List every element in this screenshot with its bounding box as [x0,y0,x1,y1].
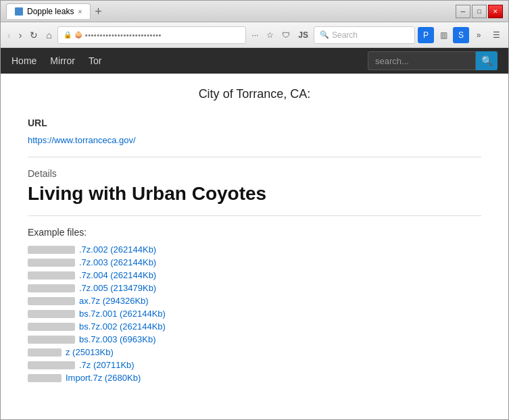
file-link-5[interactable]: ax.7z (294326Kb) [28,296,481,306]
redacted-block [28,297,75,305]
home-button[interactable]: ⌂ [43,28,54,42]
site-url-link[interactable]: https://www.torranceca.gov/ [28,135,136,145]
divider-1 [28,157,481,157]
nav-links: Home Mirror Tor [11,55,368,66]
file-link-2[interactable]: .7z.003 (262144Kb) [28,257,481,267]
maximize-button[interactable]: □ [472,5,487,18]
list-item: .7z.003 (262144Kb) [28,257,481,267]
tab-title: Dopple leaks [27,7,74,16]
file-link-1[interactable]: .7z.002 (262144Kb) [28,244,481,255]
site-navbar: Home Mirror Tor 🔍 [1,48,508,74]
list-item: ax.7z (294326Kb) [28,296,481,306]
noscript-button[interactable]: JS [295,29,311,41]
file-link-7[interactable]: bs.7z.002 (262144Kb) [28,321,481,332]
nav-home[interactable]: Home [11,55,37,66]
site-search-input[interactable] [368,51,476,70]
bookmark-button[interactable]: ☆ [264,29,276,41]
pocket-button[interactable]: P [418,27,434,43]
page-title: City of Torrance, CA: [28,87,481,101]
back-button[interactable]: ‹ [5,28,14,42]
url-section-label: URL [28,117,481,128]
redacted-block [28,361,75,369]
hamburger-button[interactable]: ☰ [488,27,504,43]
site-search-button[interactable]: 🔍 [476,51,498,70]
sidebar-button[interactable]: ▥ [435,27,452,43]
files-section-label: Example files: [28,227,481,238]
redacted-block [28,259,75,267]
browser-search-placeholder: Search [332,30,358,40]
onion-icon: 🧅 [74,31,82,38]
browser-window: Dopple leaks × + ─ □ ✕ ‹ › ↻ ⌂ 🔒 🧅 •••••… [0,0,509,420]
site-search: 🔍 [368,51,498,70]
file-list: .7z.002 (262144Kb) .7z.003 (262144Kb) .7… [28,244,481,383]
redacted-block [28,348,62,357]
file-link-4[interactable]: .7z.005 (213479Kb) [28,283,481,293]
file-link-9[interactable]: z (25013Kb) [28,347,481,357]
redacted-block [28,310,75,318]
sidebar-buttons: P ▥ S » ☰ [418,27,504,43]
nav-tor[interactable]: Tor [89,55,101,66]
redacted-block [28,284,75,292]
shield-button[interactable]: 🛡 [279,29,293,41]
address-text: •••••••••••••••••••••••••• [85,31,240,39]
tab-favicon [15,7,23,16]
browser-search-box[interactable]: 🔍 Search [314,26,415,44]
more-button[interactable]: ··· [249,29,261,41]
list-item: Import.7z (2680Kb) [28,373,481,383]
lock-icon: 🔒 [64,31,72,38]
extensions-button[interactable]: » [470,27,487,43]
tab-close-button[interactable]: × [78,8,82,16]
list-item: bs.7z.002 (262144Kb) [28,321,481,332]
main-article-title: Living with Urban Coyotes [28,183,481,205]
reload-button[interactable]: ↻ [27,28,41,42]
redacted-block [28,374,62,382]
list-item: .7z (20711Kb) [28,360,481,370]
list-item: .7z.004 (262144Kb) [28,270,481,280]
active-tab[interactable]: Dopple leaks × [6,3,91,19]
tab-bar: Dopple leaks × + [6,3,456,19]
file-link-8[interactable]: bs.7z.003 (6963Kb) [28,334,481,344]
details-section-label: Details [28,168,481,179]
file-link-11[interactable]: Import.7z (2680Kb) [28,373,481,383]
redacted-block [28,246,75,254]
main-content: City of Torrance, CA: URL https://www.to… [1,74,508,419]
nav-mirror[interactable]: Mirror [50,55,75,66]
browser-toolbar: ‹ › ↻ ⌂ 🔒 🧅 •••••••••••••••••••••••••• ·… [1,22,508,48]
list-item: .7z.005 (213479Kb) [28,283,481,293]
window-controls: ─ □ ✕ [456,5,503,18]
file-link-6[interactable]: bs.7z.001 (262144Kb) [28,309,481,319]
file-link-10[interactable]: .7z (20711Kb) [28,360,481,370]
sync-button[interactable]: S [453,27,469,43]
redacted-block [28,271,75,280]
forward-button[interactable]: › [16,28,25,42]
toolbar-actions: ··· ☆ 🛡 JS [249,29,311,41]
redacted-block [28,336,75,344]
address-bar[interactable]: 🔒 🧅 •••••••••••••••••••••••••• [57,26,246,44]
list-item: z (25013Kb) [28,347,481,357]
browser-search-icon: 🔍 [320,30,329,39]
minimize-button[interactable]: ─ [456,5,470,18]
list-item: bs.7z.001 (262144Kb) [28,309,481,319]
title-bar: Dopple leaks × + ─ □ ✕ [1,1,508,22]
redacted-block [28,323,75,331]
list-item: bs.7z.003 (6963Kb) [28,334,481,344]
file-link-3[interactable]: .7z.004 (262144Kb) [28,270,481,280]
new-tab-button[interactable]: + [92,5,105,19]
close-button[interactable]: ✕ [488,5,503,18]
divider-2 [28,215,481,216]
list-item: .7z.002 (262144Kb) [28,244,481,255]
